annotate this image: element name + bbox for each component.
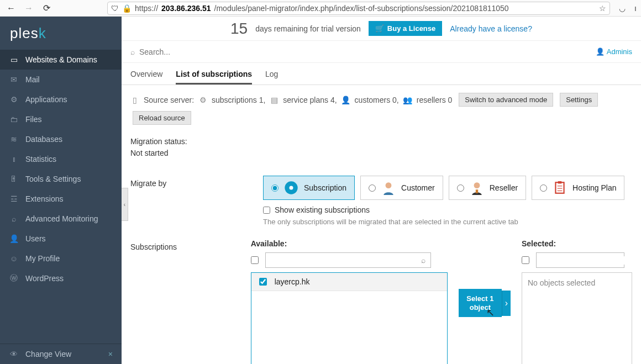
clipboard-icon [551, 180, 568, 196]
selected-panel: Selected: No objects selected [522, 239, 632, 364]
migrate-by-subscription-option[interactable]: Subscription [263, 176, 355, 200]
pocket-icon[interactable]: ◡ [619, 4, 626, 13]
service-plans-count: service plans 4, [283, 96, 337, 104]
sidebar-item-tools-settings[interactable]: 🎚Tools & Settings [0, 169, 122, 189]
bookmark-star-icon[interactable]: ☆ [599, 4, 606, 13]
switch-advanced-mode-button[interactable]: Switch to advanced mode [459, 93, 553, 107]
users-icon: 👥 [403, 96, 412, 104]
sidebar-item-label: Extensions [25, 194, 63, 203]
list-item-checkbox[interactable] [259, 278, 267, 286]
customers-count: customers 0, [355, 96, 399, 104]
show-existing-label: Show existing subscriptions [275, 205, 370, 214]
tab-list-of-subscriptions[interactable]: List of subscriptions [176, 67, 252, 85]
option-label: Subscription [304, 183, 346, 192]
svg-point-3 [474, 182, 480, 188]
available-search-input[interactable] [266, 256, 416, 265]
migrate-by-subscription-radio[interactable] [271, 184, 279, 192]
select-objects-button[interactable]: Select 1 object [459, 289, 502, 317]
already-have-license-link[interactable]: Already have a license? [450, 24, 532, 33]
url-bar[interactable]: 🛡 🔒 https://203.86.236.51/modules/panel-… [107, 2, 610, 15]
buy-license-label: Buy a License [387, 24, 435, 33]
sidebar-item-label: Databases [25, 135, 62, 144]
sidebar-item-label: Change View [25, 350, 71, 358]
tab-overview[interactable]: Overview [130, 67, 162, 85]
admin-link[interactable]: 👤Adminis [596, 48, 632, 56]
user-icon: 👤 [341, 96, 350, 104]
sidebar-item-extensions[interactable]: ☲Extensions [0, 189, 122, 209]
logo: plesk [0, 17, 122, 50]
migrate-by-customer-radio[interactable] [369, 184, 376, 192]
migration-status-value: Not started [130, 147, 632, 159]
url-prefix: https:// [135, 4, 158, 13]
sidebar-item-files[interactable]: 🗀Files [0, 109, 122, 129]
close-icon[interactable]: × [108, 350, 113, 358]
lock-icon: 🔒 [122, 4, 132, 13]
tab-log[interactable]: Log [265, 67, 278, 85]
sidebar-item-label: Users [25, 234, 46, 243]
search-icon[interactable]: ⌕ [416, 256, 430, 265]
select-objects-label: Select 1 object [466, 294, 493, 312]
shield-icon: 🛡 [111, 4, 119, 13]
migration-status-label: Migration status: [130, 136, 632, 147]
logo-accent: k [39, 25, 46, 42]
sidebar-item-label: Tools & Settings [25, 175, 81, 183]
migrate-by-customer-option[interactable]: Customer [360, 176, 443, 200]
search-icon: ⌕ [130, 48, 135, 56]
reload-source-button[interactable]: Reload source [133, 111, 191, 125]
migrate-by-hosting-plan-option[interactable]: Hosting Plan [532, 176, 624, 200]
sidebar-item-mail[interactable]: ✉Mail [0, 70, 122, 89]
show-existing-checkbox[interactable] [263, 207, 270, 214]
sidebar: plesk ▭Websites & Domains ✉Mail ⚙Applica… [0, 17, 122, 364]
main-panel: 15 days remaining for trial version 🛒Buy… [122, 17, 641, 364]
search-bar: ⌕ 👤Adminis [122, 41, 641, 63]
sidebar-item-label: Mail [25, 75, 40, 84]
chart-icon: ⫾ [9, 154, 19, 164]
migrate-by-label: Migrate by [130, 176, 241, 226]
sidebar-item-statistics[interactable]: ⫾Statistics [0, 149, 122, 169]
url-path: /modules/panel-migrator/index.php/index/… [214, 4, 509, 13]
sliders-icon: 🎚 [9, 174, 19, 184]
sidebar-change-view[interactable]: 👁Change View × [0, 344, 122, 364]
puzzle-icon: ☲ [9, 194, 19, 204]
migration-status: Migration status: Not started [130, 136, 632, 159]
sidebar-item-databases[interactable]: ≋Databases [0, 129, 122, 149]
selected-select-all-checkbox[interactable] [522, 256, 529, 264]
monitor-search-icon: ⌕ [9, 214, 19, 224]
migrate-by-reseller-radio[interactable] [457, 184, 464, 192]
list-item-label: layercp.hk [275, 277, 310, 286]
reload-button[interactable]: ⟳ [40, 2, 53, 15]
sidebar-item-websites-domains[interactable]: ▭Websites & Domains [0, 50, 122, 70]
library-icon[interactable]: ı [634, 4, 637, 13]
migrate-by-options: Subscription Customer Reseller [263, 176, 624, 200]
buy-license-button[interactable]: 🛒Buy a License [369, 21, 442, 36]
sidebar-item-advanced-monitoring[interactable]: ⌕Advanced Monitoring [0, 209, 122, 229]
available-title: Available: [251, 239, 448, 248]
option-label: Hosting Plan [572, 183, 616, 192]
reseller-icon [469, 180, 485, 196]
available-select-all-checkbox[interactable] [251, 256, 259, 264]
selected-search-input[interactable] [537, 256, 636, 265]
sidebar-item-users[interactable]: 👤Users [0, 229, 122, 249]
migrate-by-hosting-plan-radio[interactable] [540, 184, 547, 192]
sidebar-item-label: Files [25, 115, 42, 124]
sidebar-item-my-profile[interactable]: ☺My Profile [0, 249, 122, 268]
sidebar-item-wordpress[interactable]: ⓦWordPress [0, 268, 122, 288]
forward-button[interactable]: → [22, 2, 35, 15]
search-input[interactable] [139, 48, 591, 56]
option-label: Reseller [490, 183, 518, 192]
settings-button[interactable]: Settings [560, 93, 598, 107]
sidebar-item-applications[interactable]: ⚙Applications [0, 89, 122, 109]
gear-icon: ⚙ [9, 94, 19, 104]
tabs: Overview List of subscriptions Log [122, 63, 641, 85]
subscriptions-count: subscriptions 1, [212, 96, 265, 104]
show-existing-checkbox-row[interactable]: Show existing subscriptions [263, 205, 624, 214]
list-item[interactable]: layercp.hk [251, 273, 447, 291]
sidebar-collapse-handle[interactable]: ‹ [122, 188, 128, 221]
subscriptions-panels: Available: ⌕ layercp.hk [251, 239, 632, 364]
sidebar-item-label: Websites & Domains [25, 55, 97, 64]
back-button[interactable]: ← [4, 2, 18, 15]
transfer-controls: Select 1 object › [459, 289, 511, 317]
server-icon: ▯ [130, 96, 139, 104]
migrate-by-reseller-option[interactable]: Reseller [449, 176, 526, 200]
chevron-right-icon[interactable]: › [502, 291, 511, 316]
